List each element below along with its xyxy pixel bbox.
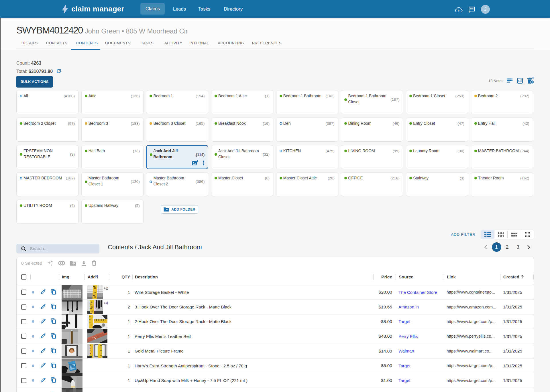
svg-text:11: 11 [94,292,96,294]
svg-text:11: 11 [91,310,93,312]
svg-text:10: 10 [94,287,96,289]
svg-text:12: 12 [94,296,96,298]
svg-text:8: 8 [91,301,92,303]
svg-text:10: 10 [91,306,93,308]
